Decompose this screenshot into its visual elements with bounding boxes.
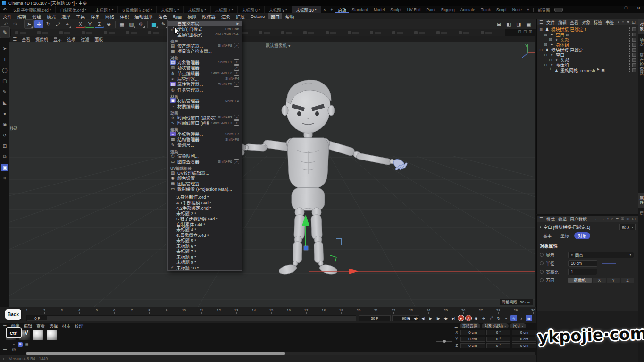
- strip-icon[interactable]: [104, 31, 115, 34]
- document-tab[interactable]: 未标题 4 *: [91, 6, 118, 13]
- minimize-button[interactable]: ─: [612, 6, 615, 10]
- layer-chip[interactable]: [632, 33, 636, 36]
- document-tab[interactable]: 未标题 6 *: [184, 6, 210, 13]
- am-menu-编辑[interactable]: 编辑: [558, 216, 567, 222]
- material-menu-查看[interactable]: 查看: [36, 323, 45, 329]
- layout-tab-uv-edit[interactable]: UV Edit: [404, 6, 424, 13]
- grid-view-icon[interactable]: ⊞: [18, 342, 23, 347]
- scrollbar-thumb[interactable]: [26, 352, 285, 355]
- document-tab[interactable]: 5.鞋子步骤拆解.c4d *: [9, 6, 56, 13]
- strip-icon[interactable]: [15, 31, 26, 34]
- visibility-toggles[interactable]: [629, 27, 636, 31]
- next-frame-button[interactable]: |▶: [435, 315, 442, 321]
- display-dropdown[interactable]: ⌖ 圆点 ▾: [568, 252, 634, 258]
- scale-tool-icon[interactable]: ⤢: [53, 20, 62, 28]
- layout-tab-track[interactable]: Track: [478, 6, 493, 13]
- keyframe-presets-button[interactable]: ⚏: [526, 315, 532, 321]
- maximize-button[interactable]: ❐: [624, 6, 627, 10]
- strip-icon[interactable]: [259, 31, 270, 34]
- play-button[interactable]: ▶: [427, 315, 434, 321]
- document-tab[interactable]: 未标题 8 *: [238, 6, 265, 13]
- lock-icon[interactable]: ⚿: [621, 217, 624, 221]
- side-tab-场次[interactable]: 场次: [638, 34, 644, 50]
- rotation-input[interactable]: 0 °: [486, 337, 511, 342]
- viewport-menu-摄像机[interactable]: 摄像机: [35, 36, 48, 42]
- document-tab[interactable]: 未标题 5 *: [157, 6, 184, 13]
- layer-chip[interactable]: [632, 38, 636, 42]
- tool-move-icon[interactable]: ✛: [1, 55, 8, 63]
- menu-item[interactable]: ▭散射绘景 (Projection Man)...: [168, 186, 242, 192]
- autokey-button[interactable]: A: [465, 315, 472, 321]
- tool-sphere-icon[interactable]: ●: [1, 109, 8, 117]
- layer-chip[interactable]: [632, 48, 636, 52]
- prev-frame-button[interactable]: ◀|: [420, 315, 427, 321]
- expander-icon[interactable]: ⊟: [548, 37, 552, 42]
- axis-y-lock-icon[interactable]: Y: [85, 20, 94, 28]
- side-tab-对象[interactable]: 对象: [638, 19, 644, 34]
- search-icon[interactable]: ⌕: [611, 217, 613, 221]
- freeze-transform-button[interactable]: 冻结变换: [460, 323, 480, 328]
- expander-icon[interactable]: ⊟: [539, 48, 543, 52]
- layout-tab-standard[interactable]: Standard: [349, 6, 371, 13]
- back-arrow-icon[interactable]: ←: [594, 217, 598, 221]
- preset-dropdown[interactable]: 默认▾: [619, 224, 636, 230]
- layout-tab-sculpt[interactable]: Sculpt: [387, 6, 404, 13]
- strip-icon[interactable]: [148, 31, 159, 34]
- menu-角色[interactable]: 角色: [155, 13, 170, 19]
- strip-icon[interactable]: [436, 31, 447, 34]
- menu-窗口[interactable]: 窗口: [268, 13, 282, 19]
- brush-edit-icon[interactable]: ✎: [0, 26, 10, 38]
- menu-模拟[interactable]: 模拟: [184, 13, 199, 19]
- last-tool-icon[interactable]: ⌖: [63, 20, 72, 28]
- object-tree-row[interactable]: ⊟⌖头部: [537, 58, 638, 63]
- menu-item[interactable]: ▭图像查看器...Shift+F6↗: [168, 159, 242, 164]
- tool-rect-select-icon[interactable]: ▢: [1, 77, 8, 84]
- orientation-x-button[interactable]: X: [593, 278, 606, 283]
- material-thumbnail[interactable]: [33, 330, 43, 340]
- filter-icon[interactable]: ≂: [627, 20, 630, 25]
- om-menu-文件[interactable]: 文件: [546, 19, 555, 25]
- live-selection-icon[interactable]: ➤: [24, 19, 34, 29]
- rotate-tool-icon[interactable]: ↻: [44, 20, 53, 28]
- layer-chip[interactable]: [632, 53, 636, 57]
- disable-icon[interactable]: ⊘: [12, 347, 16, 352]
- side-tab-层[interactable]: 层: [638, 208, 644, 219]
- layout-tab-model[interactable]: Model: [371, 6, 387, 13]
- tool-array-icon[interactable]: ⧉: [1, 153, 8, 160]
- object-tree-row[interactable]: ⊟⌖空白: [537, 52, 638, 58]
- strip-icon[interactable]: [82, 31, 92, 34]
- next-key-button[interactable]: •▶: [443, 315, 449, 321]
- record-scale-button[interactable]: ⤢: [488, 315, 494, 321]
- object-tree-row[interactable]: └▲重构网格_remesh⚑▣: [537, 67, 638, 73]
- up-arrow-icon[interactable]: ↑: [607, 217, 609, 221]
- position-input[interactable]: 0 cm: [460, 330, 485, 335]
- viewport-layout-single-icon[interactable]: ▣: [524, 20, 533, 29]
- horizontal-scrollbar[interactable]: [26, 352, 535, 355]
- power-slider[interactable]: 0 F: [26, 315, 356, 321]
- strip-icon[interactable]: [303, 31, 314, 34]
- tool-ruler-icon[interactable]: ◣: [1, 99, 8, 106]
- menu-模式[interactable]: 模式: [44, 13, 59, 19]
- layout-tab-rigging[interactable]: Rigging: [438, 6, 458, 13]
- mode-dropdown[interactable]: 对象 (相对)▾: [482, 323, 509, 328]
- menu-Octane[interactable]: Octane: [248, 13, 268, 19]
- visibility-dots[interactable]: [629, 53, 630, 57]
- tool-pointer-icon[interactable]: ➤: [1, 44, 8, 52]
- new-ui-button[interactable]: 新界面: [535, 6, 553, 13]
- visibility-toggles[interactable]: [629, 63, 636, 67]
- menu-document-item[interactable]: ✓未标题 10 *: [168, 265, 242, 270]
- side-tab-属性[interactable]: 属性: [638, 193, 644, 208]
- strip-icon[interactable]: [59, 31, 70, 34]
- material-menu-编辑[interactable]: 编辑: [24, 323, 32, 329]
- material-menu-选择[interactable]: 选择: [49, 323, 58, 329]
- sound-button[interactable]: ♪: [518, 315, 525, 321]
- menu-运动图形[interactable]: 运动图形: [132, 13, 155, 19]
- visibility-dots[interactable]: [629, 43, 630, 47]
- scale-input[interactable]: 0 cm: [512, 343, 536, 348]
- strip-icon[interactable]: [370, 31, 381, 34]
- popout-icon[interactable]: ↗: [234, 65, 239, 70]
- menu-网格[interactable]: 网格: [102, 13, 117, 19]
- document-tab[interactable]: 6.母像倒立.c4d *: [118, 6, 157, 13]
- om-menu-对象[interactable]: 对象: [582, 19, 590, 25]
- strip-collapse-icon[interactable]: ⊟: [523, 29, 527, 34]
